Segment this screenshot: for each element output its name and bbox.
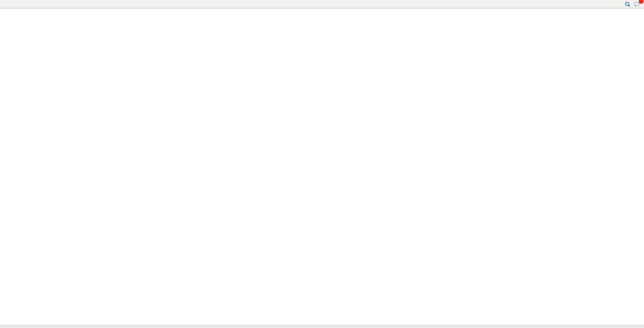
search-icon <box>625 1 631 7</box>
main-toolbar <box>0 0 644 8</box>
notification-count-badge <box>639 0 644 4</box>
notifications-button[interactable] <box>632 0 642 8</box>
search-button[interactable] <box>623 0 632 8</box>
chart-canvas[interactable] <box>0 0 644 328</box>
timeframe-toolbar <box>2 0 3 8</box>
